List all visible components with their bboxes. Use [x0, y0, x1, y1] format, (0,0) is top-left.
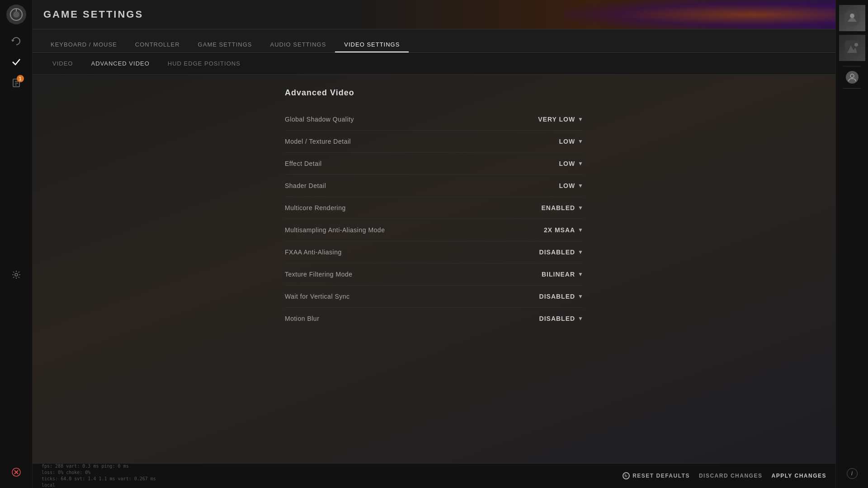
- discard-changes-button[interactable]: DISCARD CHANGES: [699, 473, 763, 479]
- chevron-down-icon: ▼: [578, 249, 583, 255]
- setting-label-vsync: Wait for Vertical Sync: [285, 293, 350, 300]
- right-sidebar: i: [835, 0, 868, 488]
- setting-row-texture-filtering: Texture Filtering Mode BILINEAR ▼: [285, 263, 583, 286]
- setting-row-effect-detail: Effect Detail LOW ▼: [285, 153, 583, 175]
- subnav-hud-edge[interactable]: HUD Edge Positions: [159, 56, 250, 70]
- setting-value-fxaa[interactable]: DISABLED ▼: [524, 249, 583, 256]
- setting-value-motion-blur[interactable]: DISABLED ▼: [524, 315, 583, 322]
- secondary-nav: Video Advanced Video HUD Edge Positions: [33, 53, 835, 75]
- settings-content: Advanced Video Global Shadow Quality VER…: [33, 75, 835, 463]
- info-circle-icon: i: [847, 468, 858, 479]
- sidebar-check-icon[interactable]: [8, 53, 25, 70]
- logo-icon[interactable]: [6, 5, 26, 24]
- chevron-down-icon: ▼: [578, 227, 583, 233]
- reset-defaults-button[interactable]: ↻ RESET DEFAULTS: [623, 472, 690, 479]
- svg-point-14: [854, 43, 858, 47]
- right-panel-top-icon[interactable]: [839, 5, 866, 32]
- setting-value-text-texture-filtering: BILINEAR: [542, 271, 575, 278]
- nav-keyboard-mouse[interactable]: Keyboard / Mouse: [42, 38, 126, 52]
- setting-value-shader-detail[interactable]: LOW ▼: [524, 182, 583, 189]
- svg-point-1: [13, 11, 19, 18]
- subnav-video[interactable]: Video: [43, 56, 82, 70]
- setting-value-text-msaa: 2X MSAA: [544, 226, 575, 234]
- subnav-advanced-video[interactable]: Advanced Video: [82, 56, 158, 70]
- setting-value-model-texture[interactable]: LOW ▼: [524, 138, 583, 145]
- setting-value-text-shader-detail: LOW: [559, 182, 575, 189]
- setting-value-texture-filtering[interactable]: BILINEAR ▼: [524, 271, 583, 278]
- sidebar-refresh-icon[interactable]: [8, 33, 25, 50]
- setting-row-shader-detail: Shader Detail LOW ▼: [285, 175, 583, 197]
- setting-value-multicore[interactable]: ENABLED ▼: [524, 204, 583, 211]
- nav-game-settings[interactable]: Game settings: [189, 38, 261, 52]
- setting-row-msaa: Multisampling Anti-Aliasing Mode 2X MSAA…: [285, 219, 583, 241]
- sidebar-documents-icon[interactable]: 1: [8, 74, 25, 91]
- setting-row-global-shadow: Global Shadow Quality VERY LOW ▼: [285, 108, 583, 131]
- setting-value-text-multicore: ENABLED: [541, 204, 575, 211]
- sidebar-close-icon[interactable]: [11, 467, 21, 479]
- bottom-bar: fps: 288 vart: 0.3 ms ping: 0 ms loss: 0…: [33, 463, 835, 488]
- debug-line1: fps: 288 vart: 0.3 ms ping: 0 ms: [42, 463, 613, 469]
- setting-value-text-effect-detail: LOW: [559, 160, 575, 167]
- setting-value-text-motion-blur: DISABLED: [539, 315, 576, 322]
- setting-value-text-model-texture: LOW: [559, 138, 575, 145]
- page-title: GAME SETTINGS: [43, 9, 143, 20]
- settings-panel: Advanced Video Global Shadow Quality VER…: [276, 88, 592, 329]
- notification-badge: 1: [17, 75, 24, 82]
- nav-audio-settings[interactable]: Audio Settings: [261, 38, 335, 52]
- nav-controller[interactable]: Controller: [126, 38, 189, 52]
- chevron-down-icon: ▼: [578, 293, 583, 300]
- header: GAME SETTINGS: [33, 0, 835, 29]
- debug-info: fps: 288 vart: 0.3 ms ping: 0 ms loss: 0…: [42, 463, 613, 488]
- chevron-down-icon: ▼: [578, 116, 583, 122]
- setting-label-global-shadow: Global Shadow Quality: [285, 116, 354, 123]
- setting-value-text-vsync: DISABLED: [539, 293, 576, 300]
- sidebar-settings-icon[interactable]: [8, 266, 25, 283]
- setting-value-vsync[interactable]: DISABLED ▼: [524, 293, 583, 300]
- debug-line4: local: [42, 482, 613, 488]
- reset-icon: ↻: [623, 472, 630, 479]
- primary-nav: Keyboard / Mouse Controller Game setting…: [33, 29, 835, 53]
- chevron-down-icon: ▼: [578, 138, 583, 145]
- left-sidebar: 1: [0, 0, 33, 488]
- svg-point-12: [850, 14, 854, 18]
- right-user-icon[interactable]: [846, 71, 859, 84]
- setting-value-text-fxaa: DISABLED: [539, 249, 576, 256]
- right-divider: [843, 66, 861, 66]
- reset-label: RESET DEFAULTS: [632, 473, 690, 479]
- main-content: GAME SETTINGS Keyboard / Mouse Controlle…: [33, 0, 835, 488]
- debug-line2: loss: 0% choke: 0%: [42, 469, 613, 476]
- section-title: Advanced Video: [285, 88, 583, 98]
- setting-row-model-texture: Model / Texture Detail LOW ▼: [285, 131, 583, 153]
- setting-row-multicore: Multicore Rendering ENABLED ▼: [285, 197, 583, 219]
- setting-label-motion-blur: Motion Blur: [285, 315, 319, 322]
- chevron-down-icon: ▼: [578, 183, 583, 189]
- setting-row-motion-blur: Motion Blur DISABLED ▼: [285, 308, 583, 329]
- setting-label-msaa: Multisampling Anti-Aliasing Mode: [285, 226, 385, 234]
- right-divider2: [843, 88, 861, 89]
- setting-label-fxaa: FXAA Anti-Aliasing: [285, 249, 342, 256]
- setting-label-effect-detail: Effect Detail: [285, 160, 322, 167]
- chevron-down-icon: ▼: [578, 160, 583, 167]
- setting-value-effect-detail[interactable]: LOW ▼: [524, 160, 583, 167]
- apply-label: APPLY CHANGES: [771, 473, 826, 479]
- chevron-down-icon: ▼: [578, 205, 583, 211]
- svg-point-15: [850, 74, 854, 78]
- setting-value-global-shadow[interactable]: VERY LOW ▼: [524, 116, 583, 123]
- debug-line3: ticks: 64.0 svt: 1.4 1.1 ms vart: 0.267 …: [42, 476, 613, 482]
- setting-label-texture-filtering: Texture Filtering Mode: [285, 271, 353, 278]
- setting-label-multicore: Multicore Rendering: [285, 204, 346, 211]
- chevron-down-icon: ▼: [578, 315, 583, 322]
- setting-label-shader-detail: Shader Detail: [285, 182, 326, 189]
- chevron-down-icon: ▼: [578, 271, 583, 277]
- setting-row-vsync: Wait for Vertical Sync DISABLED ▼: [285, 286, 583, 308]
- nav-video-settings[interactable]: Video Settings: [335, 38, 409, 52]
- svg-point-7: [15, 273, 18, 276]
- setting-value-text-global-shadow: VERY LOW: [538, 116, 575, 123]
- setting-value-msaa[interactable]: 2X MSAA ▼: [524, 226, 583, 234]
- right-info-icon[interactable]: i: [847, 468, 858, 479]
- apply-changes-button[interactable]: APPLY CHANGES: [771, 473, 826, 479]
- setting-label-model-texture: Model / Texture Detail: [285, 138, 351, 145]
- right-panel-second-icon[interactable]: [839, 34, 866, 61]
- setting-row-fxaa: FXAA Anti-Aliasing DISABLED ▼: [285, 241, 583, 263]
- discard-label: DISCARD CHANGES: [699, 473, 763, 479]
